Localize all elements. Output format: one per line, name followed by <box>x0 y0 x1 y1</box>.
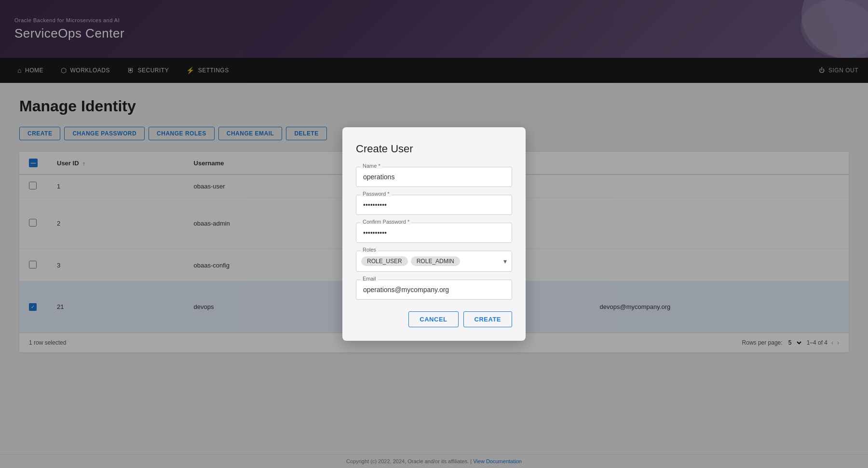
role-chip-admin: ROLE_ADMIN <box>411 256 460 266</box>
password-label: Password * <box>361 191 392 197</box>
roles-label: Roles <box>361 247 378 253</box>
email-label: Email <box>361 276 378 281</box>
name-input[interactable] <box>356 167 512 187</box>
password-input[interactable] <box>356 195 512 215</box>
modal-overlay: Create User Name * Password * Confirm Pa… <box>0 0 868 468</box>
roles-field-group: Roles ROLE_USER ROLE_ADMIN ▾ <box>356 251 512 272</box>
role-chip-user: ROLE_USER <box>361 256 408 266</box>
modal-title: Create User <box>356 143 512 155</box>
name-field-group: Name * <box>356 167 512 187</box>
confirm-password-field-group: Confirm Password * <box>356 223 512 243</box>
create-user-modal: Create User Name * Password * Confirm Pa… <box>342 127 526 341</box>
email-input[interactable] <box>356 280 512 300</box>
cancel-button[interactable]: CANCEL <box>408 311 458 327</box>
modal-create-button[interactable]: CREATE <box>463 311 512 327</box>
confirm-password-label: Confirm Password * <box>361 219 411 225</box>
email-field-group: Email <box>356 280 512 300</box>
modal-footer: CANCEL CREATE <box>356 311 512 327</box>
roles-dropdown-icon[interactable]: ▾ <box>503 257 507 265</box>
password-field-group: Password * <box>356 195 512 215</box>
roles-selector[interactable]: ROLE_USER ROLE_ADMIN ▾ <box>356 251 512 272</box>
name-label: Name * <box>361 163 382 169</box>
confirm-password-input[interactable] <box>356 223 512 243</box>
